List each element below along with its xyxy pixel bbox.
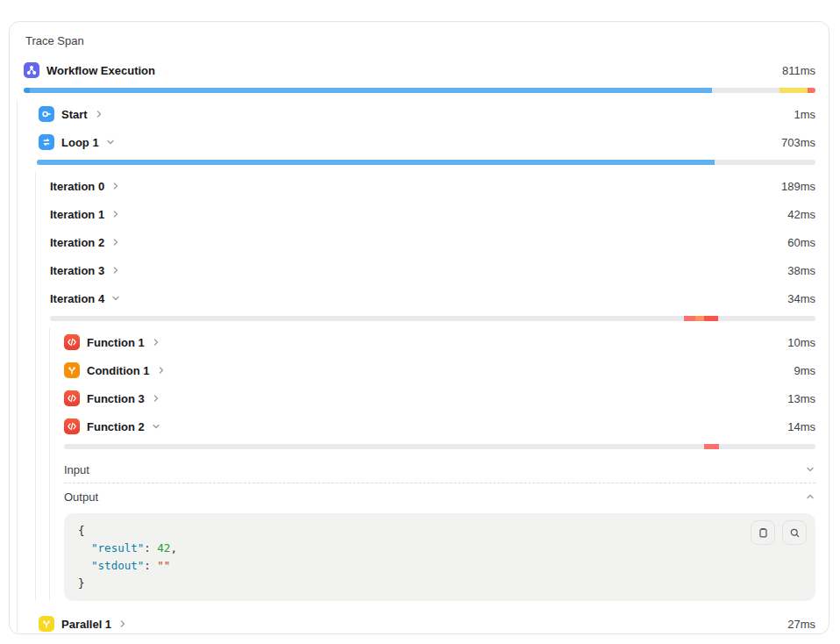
node-duration: 13ms: [787, 392, 815, 405]
node-label: Loop 1: [61, 136, 99, 149]
node-label: Iteration 3: [50, 264, 104, 277]
code-icon: [64, 419, 80, 434]
node-duration: 60ms: [787, 236, 815, 249]
start-icon: [39, 106, 54, 122]
timeline-bar-workflow: [24, 88, 815, 93]
chevron-down-icon[interactable]: [805, 464, 815, 475]
json-key: "stdout": [91, 559, 144, 572]
input-section-header[interactable]: Input: [64, 456, 815, 483]
tree-row-iteration-1[interactable]: Iteration 1 42ms: [50, 200, 815, 228]
json-number: 42: [157, 541, 170, 555]
chevron-right-icon[interactable]: [111, 210, 120, 218]
iteration-4-children: Function 1 10ms Condition 1: [49, 328, 815, 601]
chevron-right-icon[interactable]: [111, 238, 120, 247]
json-key: "result": [91, 541, 144, 555]
workflow-nodes-icon: [24, 62, 39, 78]
chevron-right-icon[interactable]: [157, 366, 166, 375]
chevron-right-icon[interactable]: [152, 394, 160, 403]
code-icon: [64, 390, 80, 406]
chevron-down-icon[interactable]: [106, 138, 115, 147]
node-duration: 1ms: [794, 108, 815, 121]
copy-button[interactable]: [751, 520, 775, 545]
timeline-bar-loop: [37, 160, 815, 165]
tree-row-loop-1[interactable]: Loop 1 703ms: [39, 128, 815, 156]
node-label: Iteration 1: [50, 208, 104, 221]
node-duration: 34ms: [787, 292, 815, 305]
workflow-children: Start 1ms Loop 1 703ms: [17, 100, 815, 634]
chevron-right-icon[interactable]: [152, 338, 160, 347]
branch-icon: [39, 616, 54, 632]
output-code-block: { "result": 42, "stdout": "" }: [64, 513, 815, 601]
tree-row-iteration-0[interactable]: Iteration 0 189ms: [50, 172, 815, 200]
node-duration: 27ms: [787, 618, 815, 631]
json-string: "": [157, 559, 170, 572]
code-line: "result": 42,: [78, 540, 803, 557]
search-icon: [789, 527, 801, 539]
branch-icon: [64, 362, 80, 378]
node-label: Start: [61, 108, 88, 121]
node-duration: 42ms: [787, 208, 815, 221]
node-label: Workflow Execution: [46, 64, 155, 77]
timeline-bar-function-2: [64, 444, 815, 449]
chevron-right-icon[interactable]: [111, 266, 120, 275]
trace-span-panel: Trace Span Workflow Execution 811ms Star…: [9, 21, 829, 634]
node-duration: 9ms: [794, 364, 815, 377]
input-label: Input: [64, 463, 89, 476]
tree-row-start[interactable]: Start 1ms: [39, 100, 815, 128]
node-duration: 811ms: [782, 64, 815, 77]
chevron-down-icon[interactable]: [111, 294, 120, 303]
loop-children: Iteration 0 189ms Iteration 1 42ms Itera…: [35, 172, 815, 601]
node-duration: 14ms: [787, 420, 815, 433]
chevron-right-icon[interactable]: [111, 182, 120, 190]
chevron-right-icon[interactable]: [118, 619, 127, 628]
node-label: Parallel 1: [61, 618, 111, 631]
code-line: }: [78, 575, 803, 592]
tree-row-iteration-3[interactable]: Iteration 3 38ms: [50, 256, 815, 284]
code-line: "stdout": "": [78, 557, 803, 575]
node-label: Condition 1: [87, 364, 150, 377]
tree-row-parallel-1[interactable]: Parallel 1 27ms: [39, 610, 815, 634]
node-label: Function 2: [87, 420, 145, 433]
panel-title: Trace Span: [24, 32, 815, 56]
node-label: Iteration 4: [50, 292, 104, 305]
node-label: Iteration 0: [50, 180, 104, 193]
node-label: Function 3: [87, 392, 145, 405]
copy-icon: [758, 527, 769, 539]
search-button[interactable]: [782, 520, 807, 545]
tree-row-condition-1[interactable]: Condition 1 9ms: [64, 356, 815, 384]
node-duration: 703ms: [781, 136, 815, 149]
node-label: Function 1: [87, 336, 145, 349]
output-label: Output: [64, 490, 98, 504]
tree-row-function-3[interactable]: Function 3 13ms: [64, 384, 815, 412]
tree-row-iteration-4[interactable]: Iteration 4 34ms: [50, 284, 815, 312]
output-section-header[interactable]: Output: [64, 483, 815, 510]
tree-row-function-2[interactable]: Function 2 14ms: [64, 412, 815, 440]
chevron-down-icon[interactable]: [152, 422, 160, 431]
tree-row-iteration-2[interactable]: Iteration 2 60ms: [50, 228, 815, 256]
code-line: {: [78, 522, 803, 540]
timeline-bar-iteration-4: [50, 316, 815, 321]
node-duration: 189ms: [781, 180, 815, 193]
node-duration: 38ms: [787, 264, 815, 277]
tree-row-function-1[interactable]: Function 1 10ms: [64, 328, 815, 356]
chevron-right-icon[interactable]: [95, 110, 103, 118]
code-icon: [64, 334, 80, 350]
loop-icon: [39, 134, 54, 150]
chevron-up-icon[interactable]: [805, 491, 815, 502]
node-duration: 10ms: [787, 336, 815, 349]
node-label: Iteration 2: [50, 236, 104, 249]
tree-row-workflow-execution[interactable]: Workflow Execution 811ms: [24, 56, 815, 84]
